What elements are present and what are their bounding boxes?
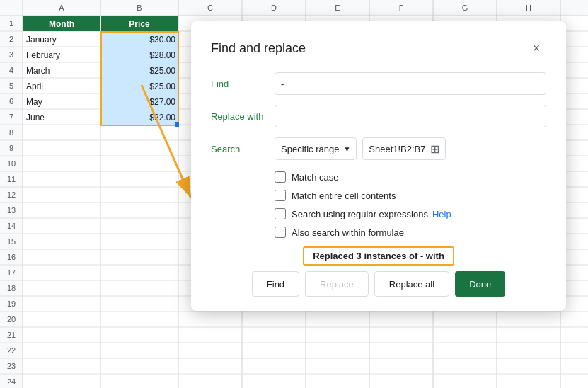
svg-text:A: A bbox=[59, 4, 64, 12]
svg-text:Month: Month bbox=[49, 19, 74, 29]
svg-text:1: 1 bbox=[9, 19, 13, 28]
find-label: Find bbox=[211, 79, 275, 89]
svg-text:February: February bbox=[26, 50, 60, 60]
svg-text:B: B bbox=[137, 4, 142, 12]
svg-text:8: 8 bbox=[9, 128, 13, 137]
svg-text:3: 3 bbox=[9, 50, 13, 59]
search-dropdown[interactable]: Specific range ▼ bbox=[275, 137, 357, 160]
find-row: Find bbox=[211, 72, 546, 95]
svg-text:22: 22 bbox=[7, 346, 16, 355]
svg-text:18: 18 bbox=[7, 284, 16, 292]
dialog-header: Find and replace × bbox=[211, 38, 546, 58]
status-message: Replaced 3 instances of - with bbox=[303, 246, 454, 266]
button-row: Find Replace Replace all Done bbox=[211, 271, 546, 297]
dialog-title: Find and replace bbox=[211, 41, 306, 56]
find-button[interactable]: Find bbox=[252, 271, 299, 297]
svg-text:15: 15 bbox=[7, 237, 16, 246]
regex-label: Search using regular expressions bbox=[292, 209, 428, 219]
svg-text:F: F bbox=[399, 4, 404, 12]
regex-checkbox[interactable] bbox=[275, 208, 286, 219]
search-row: Search Specific range ▼ Sheet1!B2:B7 ⊞ bbox=[211, 137, 546, 160]
svg-text:May: May bbox=[26, 97, 42, 107]
svg-text:$25.00: $25.00 bbox=[149, 81, 175, 91]
find-replace-dialog: Find and replace × Find Replace with Sea… bbox=[191, 21, 566, 311]
search-option-text: Specific range bbox=[281, 144, 339, 154]
svg-text:24: 24 bbox=[7, 377, 16, 386]
match-entire-checkbox[interactable] bbox=[275, 190, 286, 201]
svg-text:$28.00: $28.00 bbox=[149, 50, 175, 60]
svg-text:$25.00: $25.00 bbox=[149, 66, 175, 76]
replace-label: Replace with bbox=[211, 111, 275, 122]
match-case-label: Match case bbox=[292, 172, 338, 183]
svg-text:4: 4 bbox=[9, 66, 13, 74]
svg-text:March: March bbox=[26, 66, 50, 76]
replace-input[interactable] bbox=[275, 105, 546, 127]
svg-text:C: C bbox=[207, 4, 213, 12]
svg-text:21: 21 bbox=[7, 331, 16, 339]
match-entire-row: Match entire cell contents bbox=[211, 190, 546, 201]
svg-text:11: 11 bbox=[7, 175, 16, 183]
replace-button[interactable]: Replace bbox=[305, 271, 369, 297]
svg-text:D: D bbox=[271, 4, 277, 12]
svg-text:13: 13 bbox=[7, 206, 16, 215]
formula-label: Also search within formulae bbox=[292, 227, 404, 238]
svg-text:2: 2 bbox=[9, 35, 13, 43]
svg-text:$27.00: $27.00 bbox=[149, 97, 175, 107]
range-value: Sheet1!B2:B7 bbox=[369, 144, 425, 154]
svg-text:7: 7 bbox=[9, 113, 13, 121]
grid-select-icon[interactable]: ⊞ bbox=[430, 142, 439, 156]
svg-text:10: 10 bbox=[7, 159, 16, 168]
replace-row: Replace with bbox=[211, 105, 546, 127]
svg-text:$30.00: $30.00 bbox=[149, 35, 175, 45]
svg-text:Price: Price bbox=[129, 19, 150, 29]
svg-text:January: January bbox=[26, 35, 57, 45]
svg-text:5: 5 bbox=[9, 81, 13, 90]
svg-rect-71 bbox=[101, 32, 178, 125]
replace-all-button[interactable]: Replace all bbox=[374, 271, 449, 297]
range-container: Sheet1!B2:B7 ⊞ bbox=[362, 137, 445, 160]
svg-text:14: 14 bbox=[7, 222, 16, 230]
help-link[interactable]: Help bbox=[432, 209, 451, 219]
match-case-checkbox[interactable] bbox=[275, 171, 286, 183]
svg-text:H: H bbox=[526, 4, 531, 12]
svg-text:17: 17 bbox=[7, 268, 16, 277]
status-bar: Replaced 3 instances of - with bbox=[211, 246, 546, 266]
svg-rect-73 bbox=[175, 122, 179, 127]
svg-text:E: E bbox=[335, 4, 340, 12]
close-button[interactable]: × bbox=[526, 38, 546, 58]
svg-text:19: 19 bbox=[7, 299, 16, 308]
find-input[interactable] bbox=[275, 72, 546, 95]
svg-text:June: June bbox=[26, 113, 45, 122]
svg-text:20: 20 bbox=[7, 315, 16, 324]
done-button[interactable]: Done bbox=[455, 271, 505, 297]
search-label: Search bbox=[211, 144, 275, 154]
svg-text:April: April bbox=[26, 81, 43, 91]
match-entire-label: Match entire cell contents bbox=[292, 190, 396, 201]
svg-text:G: G bbox=[462, 4, 468, 12]
match-case-row: Match case bbox=[211, 171, 546, 183]
chevron-down-icon: ▼ bbox=[343, 145, 350, 153]
regex-row: Search using regular expressions Help bbox=[211, 208, 546, 219]
formula-row: Also search within formulae bbox=[211, 227, 546, 238]
svg-text:9: 9 bbox=[9, 144, 13, 152]
svg-rect-0 bbox=[0, 0, 588, 16]
svg-text:6: 6 bbox=[9, 97, 13, 105]
svg-text:12: 12 bbox=[7, 190, 16, 199]
svg-text:23: 23 bbox=[7, 362, 16, 370]
svg-text:16: 16 bbox=[7, 253, 16, 261]
formula-checkbox[interactable] bbox=[275, 227, 286, 238]
